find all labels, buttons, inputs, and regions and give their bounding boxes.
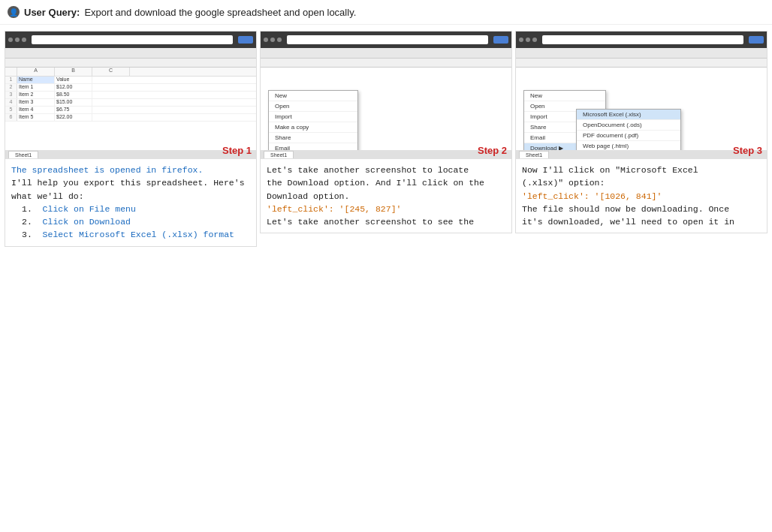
query-text: Export and download the google spreadshe… bbox=[84, 7, 356, 18]
step1-item1: 1. Click on File menu bbox=[22, 204, 136, 214]
dot-y3 bbox=[526, 38, 530, 42]
dot-g3 bbox=[532, 38, 537, 42]
menu-item-open: Open bbox=[269, 101, 357, 112]
row-6: 6 Item 5 $22.00 bbox=[5, 114, 256, 122]
step3-line1: Now I'll click on "Microsoft Excel bbox=[522, 165, 698, 175]
toolbar-row-3 bbox=[516, 59, 767, 68]
tab-bar-2: Sheet1 bbox=[261, 150, 511, 159]
step-3-block: New Open Import Share Email Download ▶ R… bbox=[515, 31, 767, 233]
step1-item3: 3. Select Microsoft Excel (.xlsx) format bbox=[22, 230, 234, 239]
step1-line2: I'll help you export this spreadsheet. H… bbox=[11, 178, 245, 188]
menu-item-makecopy: Make a copy bbox=[269, 122, 357, 133]
step3-code: 'left_click': '[1026, 841]' bbox=[522, 191, 662, 201]
dot-r bbox=[8, 38, 13, 42]
step-1-block: A B C 1 Name Value 2 Item 1 bbox=[5, 31, 257, 247]
browser-chrome-3 bbox=[516, 32, 767, 48]
cell-b1: Value bbox=[55, 77, 92, 83]
sheet-tab-2: Sheet1 bbox=[264, 151, 294, 158]
browser-btns-1 bbox=[238, 36, 253, 44]
dot-r3 bbox=[519, 38, 523, 42]
dot-g2 bbox=[277, 38, 282, 42]
sheet-tab-3: Sheet1 bbox=[519, 151, 549, 158]
submenu-ods: OpenDocument (.ods) bbox=[577, 120, 680, 131]
menu-item-new-3: New bbox=[524, 91, 605, 101]
rownum-5: 5 bbox=[5, 107, 17, 113]
submenu-html: Web page (.html) bbox=[577, 141, 680, 150]
browser-content-2: New Open Import Make a copy Share Email … bbox=[261, 68, 511, 150]
cell-b6: $22.00 bbox=[55, 114, 92, 121]
rownum-4: 4 bbox=[5, 99, 17, 106]
cell-a4: Item 3 bbox=[17, 99, 55, 106]
col-b: B bbox=[55, 68, 92, 76]
cell-a5: Item 4 bbox=[17, 107, 55, 113]
menu-item-email: Email bbox=[269, 143, 357, 150]
share-btn-1 bbox=[238, 36, 253, 44]
tab-bar-3: Sheet1 bbox=[516, 150, 767, 159]
rownum-1: 1 bbox=[5, 77, 17, 83]
step-2-description: Let's take another screenshot to locate … bbox=[261, 159, 511, 233]
dot-r2 bbox=[264, 38, 268, 42]
dot-y bbox=[15, 38, 20, 42]
content-with-submenu: New Open Import Share Email Download ▶ R… bbox=[516, 68, 767, 150]
step-3-screenshot: New Open Import Share Email Download ▶ R… bbox=[516, 32, 767, 159]
menu-item-new: New bbox=[269, 91, 357, 101]
submenu-pdf: PDF document (.pdf) bbox=[577, 131, 680, 141]
step-1-description: The spreadsheet is opened in firefox. I'… bbox=[5, 159, 256, 246]
dot-y2 bbox=[270, 38, 275, 42]
browser-chrome-2 bbox=[261, 32, 511, 48]
url-bar-2 bbox=[287, 35, 488, 44]
user-query-bar: 👤 User Query: Export and download the go… bbox=[0, 0, 772, 25]
cell-b2: $12.00 bbox=[55, 84, 92, 91]
url-bar-3 bbox=[542, 35, 743, 44]
share-btn-2 bbox=[493, 36, 508, 44]
rownum-6: 6 bbox=[5, 114, 17, 121]
step2-line2: the Download option. And I'll click on t… bbox=[267, 178, 484, 188]
toolbar-row-2 bbox=[5, 59, 256, 68]
dot-g bbox=[22, 38, 26, 42]
browser-mock-2: New Open Import Make a copy Share Email … bbox=[261, 32, 511, 159]
browser-toolbar-2 bbox=[261, 48, 511, 59]
user-icon: 👤 bbox=[8, 6, 20, 18]
corner-cell bbox=[5, 68, 17, 76]
step-1-screenshot: A B C 1 Name Value 2 Item 1 bbox=[5, 32, 256, 159]
download-submenu: Microsoft Excel (.xlsx) OpenDocument (.o… bbox=[576, 109, 681, 150]
rownum-2: 2 bbox=[5, 84, 17, 91]
cell-a1: Name bbox=[17, 77, 55, 83]
menu-item-share: Share bbox=[269, 133, 357, 143]
browser-mock-1: A B C 1 Name Value 2 Item 1 bbox=[5, 32, 256, 159]
cell-a3: Item 2 bbox=[17, 92, 55, 98]
col-c: C bbox=[92, 68, 130, 76]
toolbar-row-2b bbox=[261, 59, 511, 68]
row-1: 1 Name Value bbox=[5, 77, 256, 84]
step3-line3: The file should now be downloading. Once bbox=[522, 204, 729, 214]
browser-content-3: New Open Import Share Email Download ▶ R… bbox=[516, 68, 767, 150]
steps-container: A B C 1 Name Value 2 Item 1 bbox=[0, 25, 772, 253]
step-2-label: Step 2 bbox=[478, 145, 507, 156]
step-3-description: Now I'll click on "Microsoft Excel (.xls… bbox=[516, 159, 767, 233]
step1-item2: 2. Click on Download bbox=[22, 217, 131, 227]
cell-b4: $15.00 bbox=[55, 99, 92, 106]
rownum-3: 3 bbox=[5, 92, 17, 98]
row-4: 4 Item 3 $15.00 bbox=[5, 99, 256, 107]
cell-b5: $6.75 bbox=[55, 107, 92, 113]
file-dropdown-menu: New Open Import Make a copy Share Email … bbox=[268, 90, 358, 150]
browser-toolbar-3 bbox=[516, 48, 767, 59]
browser-btns-2 bbox=[493, 36, 508, 44]
step2-code: 'left_click': '[245, 827]' bbox=[267, 204, 401, 214]
sheet-tab-1: Sheet1 bbox=[8, 151, 38, 158]
browser-mock-3: New Open Import Share Email Download ▶ R… bbox=[516, 32, 767, 159]
step-3-label: Step 3 bbox=[733, 145, 762, 156]
submenu-xlsx[interactable]: Microsoft Excel (.xlsx) bbox=[577, 110, 680, 120]
step1-line3: what we'll do: bbox=[11, 191, 84, 201]
row-3: 3 Item 2 $8.50 bbox=[5, 92, 256, 99]
spreadsheet-wrapper: A B C 1 Name Value 2 Item 1 bbox=[5, 68, 256, 150]
row-5: 5 Item 4 $6.75 bbox=[5, 107, 256, 114]
cell-b3: $8.50 bbox=[55, 92, 92, 98]
browser-chrome-1 bbox=[5, 32, 256, 48]
step3-line2: (.xlsx)" option: bbox=[522, 178, 605, 188]
step2-line1: Let's take another screenshot to locate bbox=[267, 165, 469, 175]
col-a: A bbox=[17, 68, 55, 76]
menu-item-import: Import bbox=[269, 112, 357, 122]
step-2-block: New Open Import Make a copy Share Email … bbox=[260, 31, 512, 233]
step-1-label: Step 1 bbox=[222, 145, 252, 156]
